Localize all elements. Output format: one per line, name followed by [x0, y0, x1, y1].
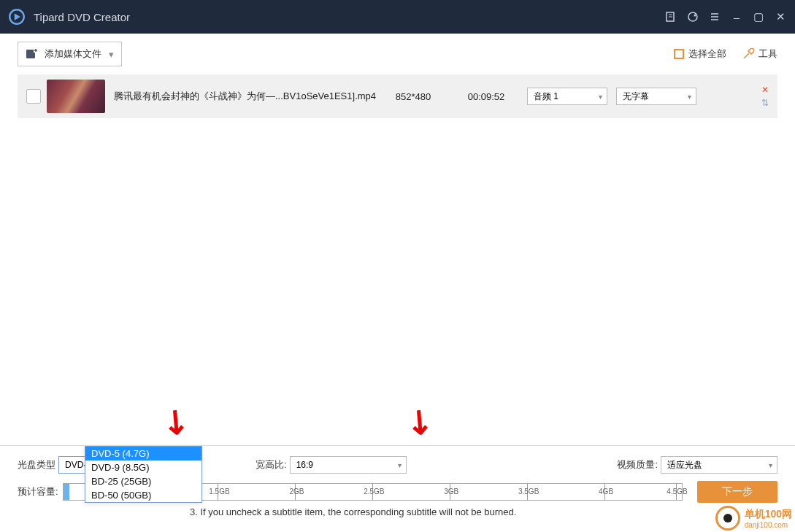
disc-type-label: 光盘类型: [18, 458, 55, 471]
audio-track-select[interactable]: 音频 1 ▾: [527, 88, 607, 105]
minimize-button[interactable]: –: [729, 9, 744, 24]
checkbox-icon: [674, 49, 684, 59]
tools-button[interactable]: 工具: [742, 47, 777, 61]
tick-label: 2.5GB: [363, 487, 385, 496]
tools-icon: [742, 48, 754, 60]
audio-track-value: 音频 1: [534, 90, 558, 103]
tick-label: 1.5GB: [208, 487, 230, 496]
video-quality-select[interactable]: 适应光盘 ▾: [661, 456, 777, 474]
watermark: 单机100网 danji100.com: [715, 506, 792, 531]
chevron-down-icon: ▾: [688, 93, 691, 101]
add-media-icon: [26, 47, 39, 61]
tools-label: 工具: [758, 47, 777, 61]
watermark-line2: danji100.com: [745, 521, 792, 529]
tick-label: 3.5GB: [518, 487, 539, 496]
dropdown-item[interactable]: BD-50 (50GB): [85, 488, 201, 502]
media-list: 腾讯最有机会封神的《斗战神》为何—...BV1oSeVe1ES1].mp4 85…: [0, 74, 795, 118]
note-text: 3. If you uncheck a subtitle item, the c…: [190, 506, 516, 517]
aspect-ratio-label: 宽高比:: [256, 458, 287, 471]
add-media-label: 添加媒体文件: [45, 47, 101, 61]
video-quality-label: 视频质量:: [617, 458, 658, 471]
svg-point-4: [688, 12, 697, 21]
app-title: Tipard DVD Creator: [34, 11, 130, 23]
close-button[interactable]: ✕: [773, 9, 788, 24]
video-quality-value: 适应光盘: [667, 459, 702, 471]
media-row: 腾讯最有机会封神的《斗战神》为何—...BV1oSeVe1ES1].mp4 85…: [18, 74, 777, 118]
video-thumbnail[interactable]: [47, 80, 105, 113]
titlebar-history-icon[interactable]: [664, 9, 678, 24]
tick-label: 2GB: [285, 487, 307, 496]
subtitle-select[interactable]: 无字幕 ▾: [616, 88, 696, 105]
tick-label: 4GB: [595, 487, 617, 496]
titlebar-help-icon[interactable]: [685, 9, 700, 24]
delete-icon[interactable]: ✕: [761, 85, 769, 95]
capacity-label: 预计容量:: [18, 485, 58, 498]
maximize-button[interactable]: ▢: [751, 9, 766, 24]
duration-text: 00:09:52: [450, 91, 523, 102]
filename-text: 腾讯最有机会封神的《斗战神》为何—...BV1oSeVe1ES1].mp4: [114, 90, 377, 103]
select-all-label: 选择全部: [688, 47, 726, 61]
subtitle-value: 无字幕: [623, 90, 649, 103]
next-button[interactable]: 下一步: [697, 481, 777, 503]
row-checkbox[interactable]: [26, 89, 41, 104]
bottom-panel: 光盘类型 DVD-5 (4.7G) ▾ 宽高比: 16:9 ▾ 视频质量: 适应…: [0, 445, 795, 503]
watermark-line1: 单机100网: [745, 508, 792, 521]
dropdown-item[interactable]: BD-25 (25GB): [85, 474, 201, 488]
titlebar-menu-icon[interactable]: [707, 9, 722, 24]
dropdown-item[interactable]: DVD-5 (4.7G): [85, 447, 201, 460]
svg-point-5: [694, 15, 696, 17]
add-media-button[interactable]: 添加媒体文件 ▾: [18, 42, 122, 66]
app-logo-icon: [7, 7, 26, 26]
aspect-ratio-value: 16:9: [296, 460, 313, 470]
titlebar: Tipard DVD Creator – ▢ ✕: [0, 0, 795, 34]
select-all-checkbox[interactable]: 选择全部: [674, 47, 726, 61]
chevron-down-icon: ▾: [109, 49, 114, 60]
chevron-down-icon: ▾: [599, 93, 602, 101]
tick-label: 4.5GB: [667, 487, 688, 496]
tick-label: 3GB: [440, 487, 462, 496]
aspect-ratio-select[interactable]: 16:9 ▾: [290, 456, 407, 474]
chevron-down-icon: ▾: [398, 461, 402, 469]
sort-icon[interactable]: ⇅: [761, 98, 769, 108]
disc-type-dropdown: DVD-5 (4.7G) DVD-9 (8.5G) BD-25 (25GB) B…: [85, 446, 202, 503]
annotation-arrow: ↘: [155, 398, 199, 444]
next-button-label: 下一步: [722, 485, 753, 498]
row-actions: ✕ ⇅: [761, 85, 769, 108]
resolution-text: 852*480: [377, 91, 450, 102]
watermark-logo-icon: [715, 506, 740, 531]
capacity-fill: [64, 484, 69, 500]
annotation-arrow: ↘: [399, 398, 443, 444]
dropdown-item[interactable]: DVD-9 (8.5G): [85, 460, 201, 474]
toolbar: 添加媒体文件 ▾ 选择全部 工具: [0, 34, 795, 74]
chevron-down-icon: ▾: [769, 461, 772, 469]
